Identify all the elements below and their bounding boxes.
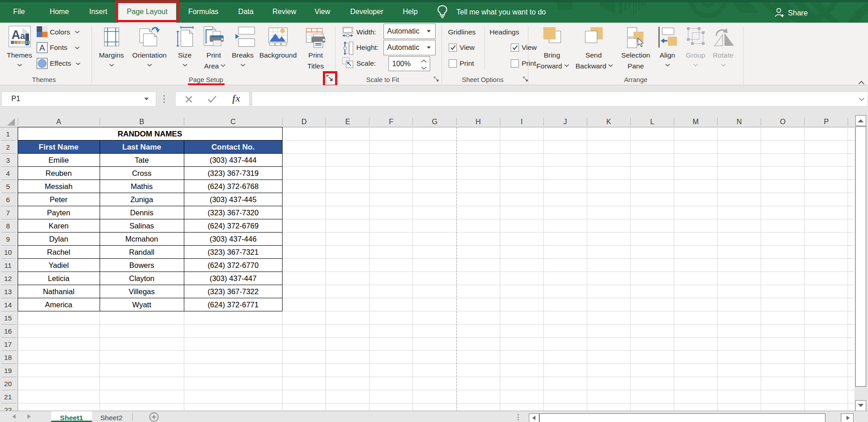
svg-text:Salinas: Salinas (129, 222, 154, 230)
svg-text:11: 11 (4, 262, 11, 269)
svg-text:Bowers: Bowers (129, 261, 154, 269)
svg-text:F: F (389, 118, 393, 126)
svg-text:Last Name: Last Name (122, 143, 161, 151)
svg-text:8: 8 (6, 222, 10, 230)
svg-text:(303) 437-445: (303) 437-445 (210, 195, 257, 204)
svg-text:17: 17 (4, 340, 12, 348)
svg-text:3: 3 (6, 156, 10, 164)
svg-text:21: 21 (4, 393, 12, 401)
svg-text:12: 12 (4, 275, 12, 282)
svg-text:G: G (432, 118, 437, 126)
svg-text:(323) 367-7322: (323) 367-7322 (207, 287, 259, 296)
svg-text:America: America (45, 301, 72, 309)
svg-text:(624) 372-6770: (624) 372-6770 (207, 261, 259, 269)
svg-text:Yadiel: Yadiel (48, 261, 69, 269)
svg-text:(323) 367-7320: (323) 367-7320 (207, 209, 259, 217)
svg-text:N: N (737, 118, 742, 126)
svg-text:I: I (521, 118, 523, 126)
svg-text:a: a (20, 31, 25, 41)
svg-text:16: 16 (4, 327, 12, 335)
svg-text:A: A (56, 118, 61, 126)
svg-text:Nathanial: Nathanial (43, 287, 75, 296)
svg-text:9: 9 (6, 235, 10, 243)
svg-text:Cross: Cross (132, 169, 151, 177)
svg-text:Randall: Randall (129, 248, 154, 256)
svg-text:H: H (475, 118, 481, 126)
svg-text:19: 19 (4, 367, 12, 374)
svg-text:Leticia: Leticia (48, 274, 70, 282)
svg-text:Payten: Payten (47, 209, 70, 217)
svg-text:A: A (11, 28, 20, 42)
svg-text:D: D (302, 118, 307, 126)
svg-text:L: L (650, 118, 654, 126)
svg-text:(323) 367-7321: (323) 367-7321 (207, 248, 259, 256)
svg-text:(624) 372-6771: (624) 372-6771 (207, 301, 259, 309)
svg-text:Rachel: Rachel (47, 248, 70, 256)
svg-text:5: 5 (6, 183, 10, 190)
svg-text:B: B (139, 118, 144, 126)
svg-text:Clayton: Clayton (129, 274, 154, 282)
svg-text:14: 14 (4, 301, 12, 309)
svg-text:2: 2 (6, 143, 10, 151)
svg-text:22: 22 (4, 406, 12, 411)
svg-text:(624) 372-6769: (624) 372-6769 (207, 222, 259, 230)
svg-text:Zuniga: Zuniga (130, 195, 153, 204)
svg-text:7: 7 (6, 209, 10, 217)
svg-text:Wyatt: Wyatt (132, 301, 151, 309)
svg-text:J: J (563, 118, 567, 126)
svg-text:18: 18 (4, 354, 12, 361)
svg-text:10: 10 (4, 248, 12, 256)
svg-text:P: P (824, 118, 829, 126)
svg-text:20: 20 (4, 380, 12, 388)
svg-text:First Name: First Name (39, 143, 79, 151)
svg-text:Tate: Tate (134, 156, 149, 164)
svg-text:Villegas: Villegas (129, 287, 154, 296)
svg-text:(303) 437-447: (303) 437-447 (210, 274, 257, 282)
svg-text:M: M (693, 118, 699, 126)
svg-text:Dylan: Dylan (49, 235, 68, 243)
svg-text:Dennis: Dennis (130, 209, 153, 217)
svg-text:E: E (345, 118, 350, 126)
svg-text:C: C (230, 118, 236, 126)
svg-text:1: 1 (6, 130, 10, 138)
svg-text:K: K (606, 118, 611, 126)
svg-text:Mathis: Mathis (131, 182, 153, 190)
svg-text:RANDOM NAMES: RANDOM NAMES (118, 130, 182, 138)
svg-text:(303) 437-444: (303) 437-444 (210, 156, 257, 164)
svg-text:Reuben: Reuben (46, 169, 72, 177)
svg-text:O: O (780, 118, 785, 126)
svg-text:Karen: Karen (48, 222, 68, 230)
svg-text:Emilie: Emilie (48, 156, 69, 164)
svg-text:(323) 367-7319: (323) 367-7319 (207, 169, 259, 177)
svg-text:Peter: Peter (50, 195, 68, 204)
svg-text:15: 15 (4, 314, 12, 322)
svg-text:Messiah: Messiah (45, 182, 72, 190)
svg-text:6: 6 (6, 196, 10, 204)
svg-text:(303) 437-446: (303) 437-446 (210, 235, 257, 243)
svg-text:4: 4 (6, 170, 10, 177)
svg-text:(624) 372-6768: (624) 372-6768 (207, 182, 259, 190)
svg-text:Mcmahon: Mcmahon (125, 235, 158, 243)
svg-text:13: 13 (4, 288, 12, 296)
svg-text:A: A (39, 43, 45, 53)
svg-text:Contact No.: Contact No. (211, 143, 254, 151)
